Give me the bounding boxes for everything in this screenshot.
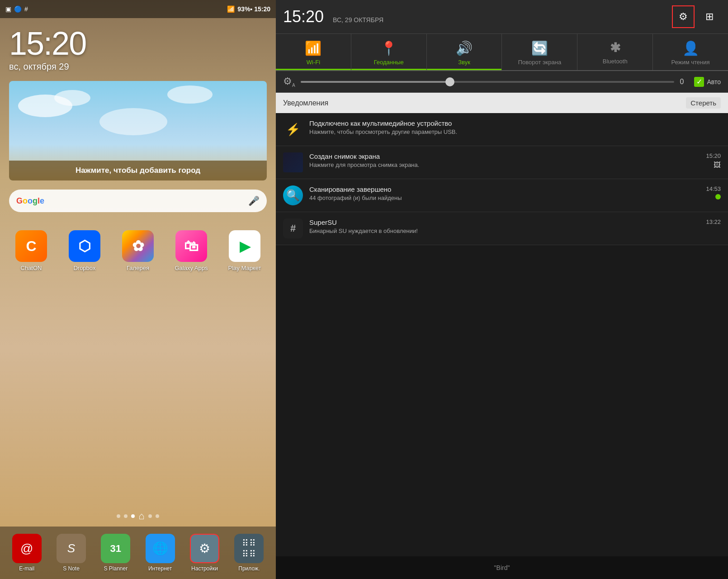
mic-icon[interactable]: 🎤 <box>248 195 260 206</box>
status-icon-sync: 🔵 <box>14 5 22 13</box>
notif-time: 15:20 <box>283 7 324 26</box>
tile-geodata[interactable]: 📍 Геоданные <box>351 34 427 70</box>
dock-splanner[interactable]: 31 S Planner <box>101 534 130 572</box>
internet-icon: 🌐 <box>146 534 175 563</box>
tile-sound[interactable]: 🔊 Звук <box>427 34 502 70</box>
dock-email[interactable]: @ E-mail <box>12 534 42 572</box>
scan-notification-title: Сканирование завершено <box>309 185 700 193</box>
internet-label: Интернет <box>148 565 172 572</box>
right-panel: 15:20 ВС, 29 ОКТЯБРЯ ⚙ ⊞ 📶 Wi-Fi 📍 Геода… <box>276 0 728 579</box>
clock-date: вс, октября 29 <box>9 62 267 72</box>
chaton-icon: C <box>15 230 47 262</box>
app-icon-playstore[interactable]: ▶ Play Маркет <box>222 230 267 501</box>
add-city-banner[interactable]: Нажмите, чтобы добавить город <box>9 161 267 180</box>
auto-brightness-toggle[interactable]: ✓ Авто <box>694 77 721 87</box>
notification-screenshot[interactable]: Создан снимок экрана Нажмите для просмот… <box>276 146 728 179</box>
dock-snote[interactable]: S S Note <box>57 534 86 572</box>
geodata-tile-icon: 📍 <box>380 40 397 56</box>
app-icon-chaton[interactable]: C ChatON <box>9 230 54 501</box>
scan-notification-meta: 14:53 <box>706 185 721 199</box>
chaton-label: ChatON <box>21 265 42 271</box>
splanner-label: S Planner <box>104 565 128 572</box>
dock-settings[interactable]: ⚙ Настройки <box>190 534 219 572</box>
weather-widget[interactable]: Нажмите, чтобы добавить город <box>9 81 267 180</box>
auto-label: Авто <box>707 78 721 85</box>
search-bar[interactable]: Google 🎤 <box>9 190 267 212</box>
supersu-notification-content: SuperSU Бинарный SU нуждается в обновлен… <box>309 218 700 234</box>
dropbox-label: Dropbox <box>73 265 95 271</box>
grid-button[interactable]: ⊞ <box>698 5 721 28</box>
clear-notifications-button[interactable]: Стереть <box>686 97 721 109</box>
brightness-slider[interactable] <box>301 81 675 83</box>
dot-4 <box>148 514 152 518</box>
sound-tile-label: Звук <box>458 59 470 66</box>
scan-time: 14:53 <box>706 185 721 192</box>
app-icon-gallery[interactable]: ✿ Галерея <box>115 230 161 501</box>
notification-scan[interactable]: 🔍 Сканирование завершено 44 фотографий (… <box>276 179 728 212</box>
gallery-label: Галерея <box>127 265 149 271</box>
status-icon-signal: ▣ <box>5 5 11 13</box>
supersu-notification-icon: # <box>283 218 303 238</box>
status-icon-hash: # <box>24 5 28 13</box>
geodata-tile-label: Геоданные <box>374 59 404 66</box>
screenshot-icon-small: 🖼 <box>714 161 721 169</box>
tile-rotation[interactable]: 🔄 Поворот экрана <box>502 34 577 70</box>
supersu-notification-meta: 13:22 <box>706 218 721 225</box>
readmode-tile-icon: 👤 <box>682 40 699 56</box>
wifi-tile-label: Wi-Fi <box>307 59 320 66</box>
bluetooth-tile-icon: ✱ <box>610 40 620 55</box>
dock-internet[interactable]: 🌐 Интернет <box>146 534 175 572</box>
notification-supersu[interactable]: # SuperSU Бинарный SU нуждается в обновл… <box>276 212 728 245</box>
playstore-label: Play Маркет <box>228 265 261 271</box>
app-icon-galaxyapps[interactable]: 🛍 Galaxy Apps <box>169 230 214 501</box>
tile-readmode[interactable]: 👤 Режим чтения <box>653 34 728 70</box>
clock-time: 15:20 <box>9 27 267 60</box>
settings-button[interactable]: ⚙ <box>672 5 695 28</box>
supersu-notification-title: SuperSU <box>309 218 700 226</box>
usb-notification-desc: Нажмите, чтобы просмотреть другие параме… <box>309 128 721 135</box>
status-bar: ▣ 🔵 # 📶 93%▪ 15:20 <box>0 0 276 18</box>
dot-5 <box>156 514 159 518</box>
clock-widget: 15:20 вс, октября 29 <box>0 18 276 76</box>
home-button-icon[interactable]: ⌂ <box>138 510 144 522</box>
screenshot-time: 15:20 <box>706 152 721 159</box>
galaxyapps-icon: 🛍 <box>175 230 207 262</box>
apps-label: Прилож. <box>238 565 260 572</box>
scan-notification-icon: 🔍 <box>283 185 303 205</box>
notification-header: 15:20 ВС, 29 ОКТЯБРЯ ⚙ ⊞ <box>276 0 728 34</box>
app-icon-dropbox[interactable]: ⬡ Dropbox <box>62 230 107 501</box>
screenshot-notification-content: Создан снимок экрана Нажмите для просмот… <box>309 152 700 168</box>
tile-bluetooth[interactable]: ✱ Bluetooth <box>577 34 653 70</box>
notifications-title: Уведомления <box>283 99 328 107</box>
dot-2 <box>124 514 128 518</box>
screenshot-notification-title: Создан снимок экрана <box>309 152 700 160</box>
rotation-tile-icon: 🔄 <box>531 40 548 56</box>
settings-label: Настройки <box>191 565 218 572</box>
dock-apps[interactable]: ⠿⠿⠿⠿ Прилож. <box>234 534 264 572</box>
splanner-icon: 31 <box>101 534 130 563</box>
dot-3 <box>131 514 135 518</box>
screenshot-thumbnail <box>283 152 303 172</box>
notification-usb[interactable]: ⚡ Подключено как мультимедийное устройст… <box>276 113 728 146</box>
galaxyapps-label: Galaxy Apps <box>175 265 208 271</box>
supersu-notification-desc: Бинарный SU нуждается в обновлении! <box>309 228 700 234</box>
sound-tile-icon: 🔊 <box>456 40 473 56</box>
empty-area <box>276 245 728 556</box>
bottom-dock: @ E-mail S S Note 31 S Planner 🌐 Интерне… <box>0 527 276 579</box>
supersu-time: 13:22 <box>706 218 721 225</box>
rotation-tile-label: Поворот экрана <box>518 59 562 66</box>
email-label: E-mail <box>19 565 34 572</box>
dropbox-icon: ⬡ <box>69 230 100 262</box>
gallery-icon: ✿ <box>122 230 154 262</box>
left-panel: ▣ 🔵 # 📶 93%▪ 15:20 15:20 вс, октября 29 … <box>0 0 276 579</box>
readmode-tile-label: Режим чтения <box>671 59 710 66</box>
playstore-icon: ▶ <box>229 230 260 262</box>
screenshot-notification-desc: Нажмите для просмотра снимка экрана. <box>309 161 700 168</box>
tile-wifi[interactable]: 📶 Wi-Fi <box>276 34 351 70</box>
wifi-tile-icon: 📶 <box>305 40 321 56</box>
app-grid: C ChatON ⬡ Dropbox ✿ Галерея 🛍 Galaxy Ap… <box>0 217 276 506</box>
scan-notification-desc: 44 фотографий (и) были найдены <box>309 195 700 201</box>
wifi-status-icon: 📶 <box>227 5 235 13</box>
settings-icon: ⚙ <box>190 534 219 563</box>
scan-status-dot <box>715 194 721 199</box>
